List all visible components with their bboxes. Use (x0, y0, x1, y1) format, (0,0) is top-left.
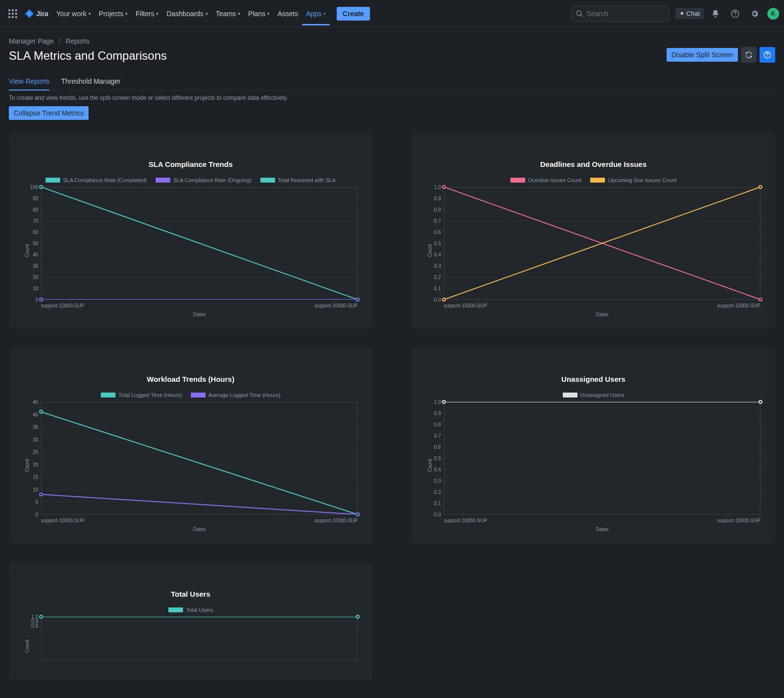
data-point[interactable] (356, 298, 360, 302)
legend-swatch (168, 607, 183, 612)
y-tick-label: 1.0 (434, 399, 441, 405)
data-point[interactable] (759, 400, 762, 404)
svg-rect-2 (15, 9, 17, 11)
legend-label: Overdue Issues Count (528, 177, 581, 183)
y-tick-label: 25 (33, 449, 38, 455)
jira-logo[interactable]: Jira (23, 9, 50, 19)
tab-view-reports[interactable]: View Reports (9, 74, 49, 90)
tab-threshold-manager[interactable]: Threshold Manager (61, 74, 120, 90)
plot-area: Count0.00.10.20.30.40.50.60.70.80.91.0su… (444, 187, 761, 314)
y-axis-title: Count (427, 459, 433, 472)
nav-item-apps[interactable]: Apps▾ (302, 8, 330, 20)
chat-button[interactable]: ✦ Chat (675, 8, 704, 19)
nav-item-plans[interactable]: Plans▾ (244, 8, 274, 20)
tabs: View ReportsThreshold Manager (9, 74, 775, 91)
nav-item-assets[interactable]: Assets (274, 8, 302, 20)
help-icon[interactable] (727, 6, 743, 22)
y-tick-label: 100 (30, 185, 38, 190)
y-tick-label: 0.9 (434, 411, 441, 416)
chevron-down-icon: ▾ (238, 11, 240, 16)
legend-label: Total Logged Time (Hours) (118, 392, 182, 398)
nav-item-your-work[interactable]: Your work▾ (52, 8, 95, 20)
y-tick-label: 0.5 (434, 456, 441, 461)
y-tick-label: 0.0 (434, 512, 441, 517)
disable-split-screen-button[interactable]: Disable Split Screen (667, 48, 738, 62)
legend-item[interactable]: Average Logged Time (Hours) (191, 392, 280, 398)
svg-rect-7 (12, 16, 14, 18)
breadcrumb-reports[interactable]: Reports (66, 37, 90, 45)
nav-item-projects[interactable]: Projects▾ (95, 8, 132, 20)
legend-item[interactable]: Overdue Issues Count (510, 177, 581, 183)
x-tick-label: support-10000-SUP (41, 518, 84, 523)
nav-item-filters[interactable]: Filters▾ (132, 8, 162, 20)
chart-title: Unassigned Users (421, 375, 765, 383)
y-tick-label: 20 (33, 275, 38, 280)
svg-rect-0 (8, 9, 10, 11)
legend-label: Total Users (186, 607, 213, 613)
y-tick-label: 0 (35, 512, 38, 517)
svg-rect-8 (15, 16, 17, 18)
legend-item[interactable]: SLA Compliance Rate (Completed) (46, 177, 147, 183)
legend-label: Upcoming Due Issues Count (608, 177, 676, 183)
legend-item[interactable]: SLA Compliance Rate (Ongoing) (156, 177, 252, 183)
y-axis-title: Count (24, 640, 30, 653)
y-tick-label: 80 (33, 207, 38, 212)
nav-item-dashboards[interactable]: Dashboards▾ (162, 8, 212, 20)
notifications-icon[interactable] (708, 6, 723, 22)
app-switcher-icon[interactable] (5, 6, 21, 22)
chart-grid: SLA Compliance TrendsSLA Compliance Rate… (9, 134, 775, 680)
data-point[interactable] (759, 298, 762, 302)
y-tick-label: 1.0 (434, 185, 441, 190)
chevron-down-icon: ▾ (125, 11, 128, 16)
y-tick-label: 0.2 (434, 275, 441, 280)
y-tick-label: 0.6 (434, 230, 441, 235)
y-tick-label: 45 (33, 399, 38, 405)
chart-legend: SLA Compliance Rate (Completed)SLA Compl… (19, 177, 363, 183)
data-point[interactable] (39, 185, 43, 189)
create-button[interactable]: Create (337, 7, 370, 21)
avatar[interactable]: K (767, 8, 779, 20)
legend-item[interactable]: Upcoming Due Issues Count (590, 177, 676, 183)
data-point[interactable] (39, 298, 43, 302)
nav-item-teams[interactable]: Teams▾ (212, 8, 244, 20)
collapse-trend-metrics-button[interactable]: Collapse Trend Metrics (9, 106, 89, 120)
y-tick-label: 0.0 (434, 297, 441, 302)
data-point[interactable] (39, 615, 43, 619)
legend-item[interactable]: Total Resolved with SLA (260, 177, 336, 183)
legend-label: Unassigned Users (580, 392, 624, 398)
data-point[interactable] (356, 615, 360, 619)
data-point[interactable] (356, 512, 360, 516)
breadcrumb-manager-page[interactable]: Manager Page (9, 37, 54, 45)
chevron-down-icon: ▾ (267, 11, 270, 16)
data-point[interactable] (442, 298, 446, 302)
legend-label: SLA Compliance Rate (Ongoing) (173, 177, 252, 183)
help-header-button[interactable] (760, 47, 775, 63)
data-point[interactable] (759, 185, 762, 189)
y-tick-label: 0.5 (434, 241, 441, 246)
plot-area: Count0.00.10.20.30.40.50.60.70.80.91.0su… (444, 402, 761, 529)
refresh-button[interactable] (741, 47, 757, 63)
svg-rect-1 (12, 9, 14, 11)
search-input[interactable] (572, 6, 669, 22)
y-tick-label: 35 (33, 424, 38, 430)
legend-swatch (101, 393, 115, 397)
legend-item[interactable]: Total Users (168, 607, 213, 613)
legend-item[interactable]: Total Logged Time (Hours) (101, 392, 182, 398)
legend-item[interactable]: Unassigned Users (563, 392, 624, 398)
data-point[interactable] (442, 185, 446, 189)
search-box (572, 6, 669, 22)
y-tick-label: 70 (33, 218, 38, 224)
x-tick-label: support-10000-SUP (444, 518, 487, 523)
search-icon (576, 10, 583, 18)
y-tick-label: 0.7 (434, 433, 441, 439)
chart-card-2: Workload Trends (Hours)Total Logged Time… (9, 349, 372, 544)
x-tick-label: support-10000-SUP (444, 303, 487, 308)
svg-point-12 (735, 15, 736, 16)
x-tick-label: support-10000-SUP (41, 303, 84, 308)
data-point[interactable] (442, 400, 446, 404)
chart-legend: Total Logged Time (Hours)Average Logged … (19, 392, 363, 398)
plot-area: Count051015202530354045support-10000-SUP… (41, 402, 358, 529)
y-tick-label: 0.1 (434, 501, 441, 506)
settings-icon[interactable] (747, 6, 762, 22)
y-axis-title: Count (24, 459, 30, 472)
